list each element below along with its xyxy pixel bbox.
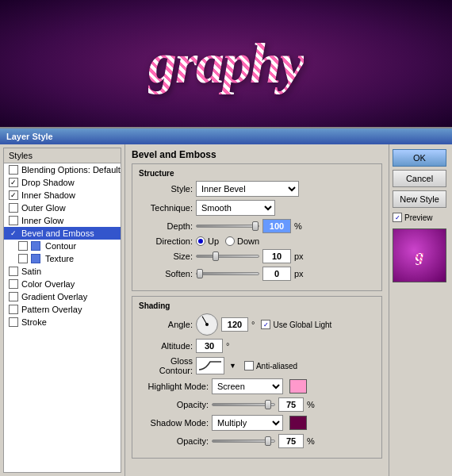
preview-box: g <box>393 228 446 282</box>
right-panel: OK Cancel New Style Preview g <box>389 144 452 476</box>
soften-label: Soften: <box>139 269 193 278</box>
sidebar-checkbox-7[interactable] <box>18 254 28 263</box>
cancel-button[interactable]: Cancel <box>393 170 446 187</box>
shadow-opacity-input[interactable] <box>278 434 304 448</box>
sidebar-checkbox-8[interactable] <box>9 267 18 276</box>
direction-up-radio[interactable]: Up <box>196 236 219 246</box>
sidebar-item-12[interactable]: Stroke <box>4 316 121 328</box>
altitude-row: Altitude: ° <box>139 339 375 353</box>
size-slider[interactable] <box>196 255 259 258</box>
sidebar-item-11[interactable]: Pattern Overlay <box>4 303 121 316</box>
main-content: Bevel and Emboss Structure Style: Inner … <box>125 144 389 476</box>
sidebar-checkbox-4[interactable] <box>9 216 18 225</box>
global-light-checkbox[interactable] <box>261 320 270 329</box>
dialog-body: Styles Blending Options: DefaultDrop Sha… <box>0 144 452 476</box>
depth-input[interactable] <box>262 219 291 233</box>
sidebar-checkbox-1[interactable] <box>9 178 18 187</box>
shadow-opacity-slider[interactable] <box>212 440 275 443</box>
angle-input[interactable] <box>221 317 248 332</box>
highlight-mode-select[interactable]: Screen Normal Multiply <box>212 378 283 394</box>
structure-section: Structure Style: Inner Bevel Outer Bevel… <box>132 163 382 291</box>
technique-select[interactable]: Smooth Chisel Hard Chisel Soft <box>196 200 275 216</box>
direction-row: Direction: Up Down <box>139 236 375 246</box>
sidebar-checkbox-3[interactable] <box>9 203 18 213</box>
angle-unit: ° <box>251 320 255 329</box>
contour-arrow[interactable]: ▼ <box>229 362 236 370</box>
technique-label: Technique: <box>139 203 193 213</box>
altitude-input[interactable] <box>196 339 223 353</box>
highlight-opacity-row: Opacity: % <box>139 397 375 412</box>
angle-dial[interactable] <box>196 313 218 336</box>
anti-aliased-label: Anti-aliased <box>256 362 297 370</box>
sidebar-checkbox-12[interactable] <box>9 317 18 327</box>
anti-aliased-row: Anti-aliased <box>244 361 297 370</box>
sidebar-checkbox-0[interactable] <box>9 165 18 175</box>
direction-label: Direction: <box>139 236 193 246</box>
new-style-button[interactable]: New Style <box>393 190 446 208</box>
sidebar-checkbox-10[interactable] <box>9 292 18 301</box>
sidebar-label-9: Color Overlay <box>21 279 75 289</box>
sidebar-item-7[interactable]: Texture <box>4 252 121 265</box>
sidebar-checkbox-2[interactable] <box>9 190 18 200</box>
sidebar-item-6[interactable]: Contour <box>4 240 121 252</box>
sidebar-checkbox-11[interactable] <box>9 305 18 314</box>
shadow-color-swatch[interactable] <box>289 416 307 430</box>
highlight-opacity-label: Opacity: <box>139 400 209 409</box>
sidebar-item-3[interactable]: Outer Glow <box>4 202 121 214</box>
direction-down-radio[interactable]: Down <box>225 236 259 246</box>
shading-section: Shading Angle: ° Use Global Light <box>132 296 382 459</box>
angle-row: Angle: ° Use Global Light <box>139 313 375 336</box>
soften-unit: px <box>294 269 304 278</box>
highlight-mode-label: Highlight Mode: <box>139 382 209 391</box>
style-label: Style: <box>139 184 193 194</box>
depth-slider[interactable] <box>196 225 259 228</box>
dialog-title-bar: Layer Style <box>0 129 452 144</box>
sidebar-label-5: Bevel and Emboss <box>21 228 94 238</box>
anti-aliased-checkbox[interactable] <box>244 361 254 370</box>
sidebar-item-2[interactable]: Inner Shadow <box>4 189 121 202</box>
highlight-color-swatch[interactable] <box>289 379 307 393</box>
styles-header: Styles <box>3 148 121 163</box>
ok-button[interactable]: OK <box>393 149 446 167</box>
sidebar-checkbox-5[interactable] <box>9 228 18 238</box>
sidebar-item-10[interactable]: Gradient Overlay <box>4 290 121 303</box>
shadow-opacity-unit: % <box>307 436 315 446</box>
styles-list: Blending Options: DefaultDrop ShadowInne… <box>3 163 121 473</box>
global-light-label: Use Global Light <box>273 321 331 329</box>
preview-row: Preview <box>393 213 449 222</box>
style-select[interactable]: Inner Bevel Outer Bevel Emboss <box>196 181 299 197</box>
sidebar-item-0[interactable]: Blending Options: Default <box>4 163 121 176</box>
sidebar-item-1[interactable]: Drop Shadow <box>4 176 121 189</box>
highlight-opacity-slider[interactable] <box>212 403 275 406</box>
shadow-mode-label: Shadow Mode: <box>139 418 209 428</box>
gloss-contour-row: Gloss Contour: ▼ Anti-aliased <box>139 356 375 375</box>
sidebar-item-5[interactable]: Bevel and Emboss <box>4 227 121 240</box>
sidebar-item-8[interactable]: Satin <box>4 265 121 278</box>
sidebar-label-11: Pattern Overlay <box>21 305 82 314</box>
depth-row: Depth: % <box>139 219 375 233</box>
canvas-preview: graphy <box>0 0 452 127</box>
shadow-opacity-label: Opacity: <box>139 436 209 446</box>
left-panel: Styles Blending Options: DefaultDrop Sha… <box>0 144 125 476</box>
sidebar-item-4[interactable]: Inner Glow <box>4 214 121 227</box>
soften-slider[interactable] <box>196 272 259 275</box>
shadow-mode-row: Shadow Mode: Multiply Normal Screen <box>139 415 375 431</box>
sidebar-checkbox-9[interactable] <box>9 279 18 289</box>
down-radio-btn[interactable] <box>225 236 235 246</box>
gloss-contour-label: Gloss Contour: <box>139 356 193 375</box>
contour-preview[interactable] <box>196 357 224 374</box>
shadow-mode-select[interactable]: Multiply Normal Screen <box>212 415 283 431</box>
sidebar-checkbox-6[interactable] <box>18 241 28 251</box>
up-radio-btn[interactable] <box>196 236 205 246</box>
structure-label: Structure <box>139 169 375 178</box>
highlight-opacity-input[interactable] <box>278 397 304 412</box>
sidebar-label-6: Contour <box>45 241 76 251</box>
sidebar-label-1: Drop Shadow <box>21 178 75 187</box>
size-input[interactable] <box>262 249 291 263</box>
style-row: Style: Inner Bevel Outer Bevel Emboss <box>139 181 375 197</box>
preview-checkbox[interactable] <box>393 213 402 222</box>
sidebar-item-9[interactable]: Color Overlay <box>4 278 121 290</box>
size-label: Size: <box>139 251 193 261</box>
sidebar-label-0: Blending Options: Default <box>21 165 121 175</box>
soften-input[interactable] <box>262 267 291 281</box>
